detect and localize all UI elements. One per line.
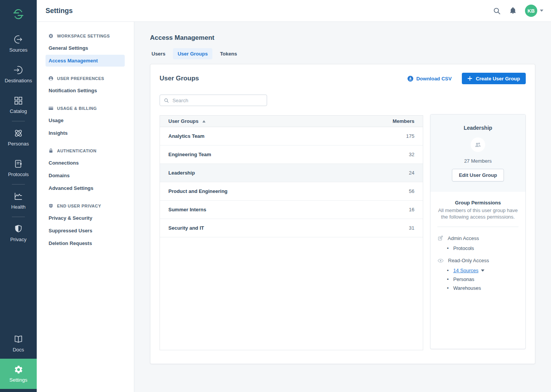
group-summary: Leadership 27 Members Edit User Group (430, 114, 525, 192)
user-menu[interactable]: KB (525, 5, 543, 17)
nav-section-workspace-settings: WORKSPACE SETTINGS General Settings Acce… (37, 31, 134, 67)
rail-item-health[interactable]: Health (0, 185, 37, 216)
user-groups-card: User Groups Download CSV Create User Gro… (150, 64, 535, 364)
table-row[interactable]: Product and Engineering 56 (160, 182, 423, 201)
avatar: KB (525, 5, 537, 17)
permission-item: Warehouses (447, 284, 518, 292)
rail-divider (12, 184, 25, 185)
admin-access-label: Admin Access (448, 235, 479, 241)
rail-item-label: Docs (13, 347, 24, 353)
rail-item-label: Personas (8, 141, 29, 147)
group-name-cell: Product and Engineering (168, 188, 228, 194)
rail-item-catalog[interactable]: Catalog (0, 90, 37, 120)
sources-icon (13, 34, 23, 44)
table-row[interactable]: Summer Interns 16 (160, 201, 423, 219)
nav-section-usage-billing: USAGE & BILLING Usage Insights (37, 103, 134, 139)
sort-ascending-icon (202, 120, 205, 122)
sources-expand-link[interactable]: 14 Sources (453, 268, 479, 273)
table-row[interactable]: Analytics Team 175 (160, 127, 423, 145)
column-header-members[interactable]: Members (393, 118, 414, 124)
lock-icon (48, 148, 54, 154)
nav-section-title: USER PREFERENCES (57, 76, 104, 81)
sidebar-item-suppressed-users[interactable]: Suppressed Users (46, 225, 125, 237)
tab-user-groups[interactable]: User Groups (173, 48, 212, 59)
download-csv-button[interactable]: Download CSV (408, 76, 452, 82)
group-name-cell: Leadership (168, 170, 195, 176)
sidebar-item-privacy-security[interactable]: Privacy & Security (46, 212, 125, 224)
read-only-access-items: 14 Sources Personas Warehouses (447, 266, 518, 292)
sidebar-item-general-settings[interactable]: General Settings (46, 42, 125, 54)
chevron-down-icon[interactable] (481, 270, 484, 272)
nav-section-user-preferences: USER PREFERENCES Notification Settings (37, 74, 134, 96)
members-count-cell: 56 (409, 188, 414, 194)
segment-logo[interactable] (0, 0, 37, 28)
eye-icon (437, 258, 444, 263)
members-count-cell: 175 (406, 133, 414, 139)
nav-section-authentication: AUTHENTICATION Connections Domains Advan… (37, 146, 134, 194)
rail-item-label: Protocols (8, 172, 29, 177)
table-row[interactable]: Engineering Team 32 (160, 145, 423, 164)
sidebar-item-notification-settings[interactable]: Notification Settings (46, 85, 125, 96)
rail-item-personas[interactable]: Personas (0, 122, 37, 153)
sidebar-item-domains[interactable]: Domains (46, 170, 125, 181)
read-only-access-label: Read-Only Access (448, 258, 489, 263)
group-name-cell: Analytics Team (168, 133, 204, 139)
rail-item-label: Destinations (5, 78, 32, 83)
group-name-cell: Security and IT (168, 225, 204, 231)
sidebar-item-deletion-requests[interactable]: Deletion Requests (46, 237, 125, 249)
sidebar-item-access-management[interactable]: Access Management (46, 55, 125, 67)
permission-item: Protocols (447, 244, 518, 253)
search-box (160, 95, 267, 106)
notifications-button[interactable] (509, 7, 517, 15)
edit-icon (437, 235, 443, 241)
members-count-cell: 24 (409, 170, 414, 176)
settings-gear-icon (14, 365, 23, 374)
nav-section-title: USAGE & BILLING (57, 106, 97, 111)
sidebar-item-connections[interactable]: Connections (46, 157, 125, 169)
edit-user-group-button[interactable]: Edit User Group (452, 169, 504, 181)
rail-item-protocols[interactable]: Protocols (0, 153, 37, 183)
group-name-cell: Summer Interns (168, 207, 206, 212)
catalog-icon (13, 96, 23, 106)
nav-section-title: AUTHENTICATION (57, 149, 96, 153)
card-title: User Groups (160, 75, 199, 82)
nav-section-header: USER PREFERENCES (37, 74, 134, 83)
rail-item-sources[interactable]: Sources (0, 28, 37, 59)
sidebar-item-insights[interactable]: Insights (46, 127, 125, 139)
rail-item-destinations[interactable]: Destinations (0, 59, 37, 90)
sidebar-item-usage[interactable]: Usage (46, 114, 125, 126)
personas-icon (13, 128, 23, 138)
download-icon (408, 76, 413, 82)
main-content: Access Management Users User Groups Toke… (134, 22, 551, 392)
rail-item-privacy[interactable]: Privacy (0, 218, 37, 248)
permission-item: 14 Sources (447, 266, 518, 275)
segment-logo-icon (13, 8, 24, 20)
nav-section-title: WORKSPACE SETTINGS (57, 34, 110, 38)
create-user-group-button[interactable]: Create User Group (462, 73, 526, 84)
sidebar-item-advanced-settings[interactable]: Advanced Settings (46, 182, 125, 194)
rail-item-label: Sources (9, 47, 28, 53)
search-icon (164, 98, 169, 103)
health-icon (13, 191, 23, 201)
gear-icon (48, 33, 54, 39)
rail-item-label: Settings (10, 377, 28, 383)
table-header-row: User Groups Members (160, 116, 423, 127)
divider (437, 227, 518, 227)
group-name: Leadership (437, 125, 519, 131)
page-title: Access Management (134, 22, 551, 42)
bell-icon (509, 7, 517, 15)
tab-tokens[interactable]: Tokens (215, 48, 242, 59)
admin-access-group: Admin Access Protocols (437, 235, 518, 253)
search-button[interactable] (493, 7, 501, 15)
rail-item-docs[interactable]: Docs (0, 328, 37, 359)
group-people-icon (474, 141, 482, 148)
rail-item-settings[interactable]: Settings (0, 359, 37, 389)
column-header-user-groups[interactable]: User Groups (168, 118, 205, 124)
search-input[interactable] (173, 98, 263, 103)
members-count-cell: 32 (409, 152, 414, 157)
table-row-selected[interactable]: Leadership 24 (160, 164, 423, 182)
table-row[interactable]: Security and IT 31 (160, 219, 423, 237)
rail-item-label: Catalog (10, 108, 27, 114)
nav-section-header: WORKSPACE SETTINGS (37, 31, 134, 41)
tab-users[interactable]: Users (147, 48, 170, 59)
